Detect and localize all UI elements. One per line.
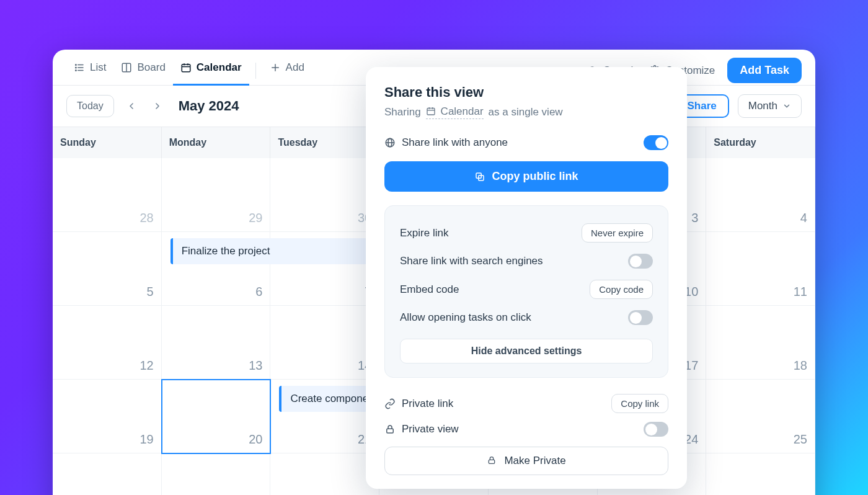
next-month-button[interactable] xyxy=(149,97,166,115)
calendar-day-number: 3 xyxy=(691,211,698,225)
calendar-cell[interactable]: 5 xyxy=(53,232,162,306)
tab-list[interactable]: List xyxy=(66,55,113,86)
calendar-day-number: 6 xyxy=(255,285,262,299)
calendar-header-cell: Sunday xyxy=(53,127,162,158)
calendar-cell[interactable]: 25 xyxy=(706,380,815,453)
copy-icon xyxy=(474,171,485,182)
copy-private-link-button[interactable]: Copy link xyxy=(611,394,668,413)
current-month-label: May 2024 xyxy=(179,98,239,114)
calendar-day-number: 25 xyxy=(794,432,807,447)
calendar-day-number: 4 xyxy=(800,211,807,225)
calendar-day-number: 13 xyxy=(249,359,262,373)
calendar-cell[interactable]: 12 xyxy=(53,306,162,380)
add-task-button[interactable]: Add Task xyxy=(727,58,802,83)
tab-calendar-label: Calendar xyxy=(197,61,242,74)
svg-rect-17 xyxy=(427,108,435,115)
share-anyone-row: Share link with anyone xyxy=(384,135,668,150)
shared-view-chip[interactable]: Calendar xyxy=(426,105,484,119)
calendar-cell[interactable]: 19 xyxy=(53,380,162,453)
add-view-label: Add xyxy=(286,61,304,74)
search-engines-label: Share link with search engines xyxy=(400,255,543,267)
expire-link-label: Expire link xyxy=(400,227,448,239)
calendar-cell[interactable]: 14 xyxy=(270,306,379,380)
chevron-right-icon xyxy=(153,101,162,111)
calendar-header-cell: Tuesday xyxy=(270,127,379,158)
today-button[interactable]: Today xyxy=(66,95,114,117)
expire-link-value[interactable]: Never expire xyxy=(582,223,653,243)
tab-board[interactable]: Board xyxy=(113,55,172,86)
tab-board-label: Board xyxy=(137,61,165,74)
lock-icon xyxy=(384,424,396,435)
search-engines-toggle[interactable] xyxy=(628,254,653,269)
calendar-day-number: 5 xyxy=(147,285,154,299)
calendar-cell[interactable]: 27 xyxy=(162,453,271,495)
svg-rect-8 xyxy=(182,65,190,72)
calendar-cell[interactable]: 11 xyxy=(706,232,815,306)
chevron-left-icon xyxy=(126,101,136,111)
private-view-toggle[interactable] xyxy=(644,422,668,437)
share-popover-title: Share this view xyxy=(384,84,668,100)
list-icon xyxy=(74,62,85,73)
advanced-settings-box: Expire link Never expire Share link with… xyxy=(384,205,668,378)
globe-icon xyxy=(384,137,396,148)
svg-point-3 xyxy=(76,65,77,66)
calendar-cell[interactable]: 30 xyxy=(270,158,379,232)
share-anyone-label: Share link with anyone xyxy=(402,136,508,149)
calendar-icon xyxy=(426,106,437,117)
plus-icon xyxy=(270,62,281,73)
share-view-popover: Share this view Sharing Calendar as a si… xyxy=(366,67,687,489)
divider xyxy=(255,63,256,79)
private-view-row: Private view xyxy=(384,422,668,437)
open-tasks-label: Allow opening tasks on click xyxy=(400,311,531,324)
calendar-day-number: 18 xyxy=(794,359,807,373)
calendar-cell[interactable]: 29 xyxy=(162,158,271,232)
calendar-day-number: 29 xyxy=(249,211,262,225)
add-view-button[interactable]: Add xyxy=(262,55,312,86)
copy-embed-code-button[interactable]: Copy code xyxy=(590,280,653,299)
tab-calendar[interactable]: Calendar xyxy=(173,55,249,86)
copy-public-link-button[interactable]: Copy public link xyxy=(384,161,668,192)
private-link-label: Private link xyxy=(402,398,453,410)
share-popover-subtitle: Sharing Calendar as a single view xyxy=(384,105,668,119)
calendar-header-cell: Saturday xyxy=(706,127,815,158)
calendar-cell[interactable]: 18 xyxy=(706,306,815,380)
calendar-day-number: 19 xyxy=(140,432,153,447)
svg-point-5 xyxy=(76,70,77,71)
share-anyone-toggle[interactable] xyxy=(644,135,668,150)
hide-advanced-button[interactable]: Hide advanced settings xyxy=(400,339,653,363)
open-tasks-toggle[interactable] xyxy=(628,310,653,325)
svg-point-4 xyxy=(76,67,77,68)
calendar-icon xyxy=(180,62,192,73)
lock-icon xyxy=(487,455,498,466)
private-view-label: Private view xyxy=(402,423,459,435)
board-icon xyxy=(121,62,132,73)
calendar-day-number: 20 xyxy=(249,432,262,447)
calendar-cell[interactable]: 1 xyxy=(706,453,815,495)
tab-list-label: List xyxy=(90,61,106,74)
calendar-day-number: 28 xyxy=(140,211,153,225)
private-link-row: Private link Copy link xyxy=(384,394,668,413)
embed-code-label: Embed code xyxy=(400,283,459,296)
svg-rect-27 xyxy=(489,460,495,463)
calendar-cell[interactable]: 28 xyxy=(270,453,379,495)
prev-month-button[interactable] xyxy=(123,97,140,115)
calendar-day-number: 12 xyxy=(140,359,153,373)
svg-rect-26 xyxy=(387,429,394,433)
chevron-down-icon xyxy=(782,102,791,110)
calendar-cell[interactable]: 4 xyxy=(706,158,815,232)
range-select-label: Month xyxy=(748,100,777,112)
calendar-cell[interactable]: 13 xyxy=(162,306,271,380)
link-icon xyxy=(384,398,396,409)
calendar-cell[interactable]: 28 xyxy=(53,158,162,232)
make-private-button[interactable]: Make Private xyxy=(384,447,668,475)
calendar-cell[interactable]: 26 xyxy=(53,453,162,495)
calendar-header-cell: Monday xyxy=(162,127,271,158)
calendar-day-number: 11 xyxy=(794,285,807,299)
range-select[interactable]: Month xyxy=(738,94,802,118)
calendar-cell[interactable]: 20 xyxy=(162,380,271,453)
